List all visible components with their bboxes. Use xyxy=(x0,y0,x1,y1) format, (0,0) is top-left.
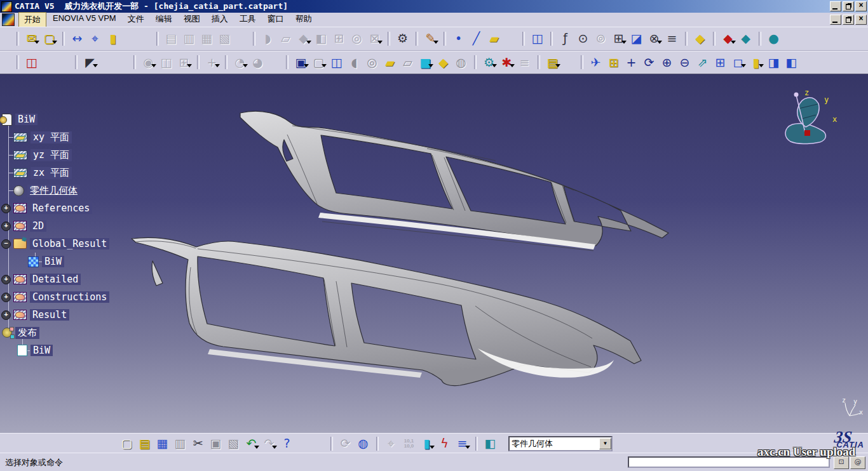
viewport-3d[interactable]: z y x z y x xyxy=(0,74,868,434)
tree-item-biw-publication[interactable]: BiW xyxy=(0,342,146,359)
child-close-button[interactable] xyxy=(855,15,867,25)
tree-item-zx-plane[interactable]: zx 平面 xyxy=(0,164,146,182)
tree-item-result[interactable]: + Result xyxy=(0,306,146,324)
menu-start[interactable]: 开始 xyxy=(18,12,46,27)
new-document-icon[interactable]: ▢ xyxy=(118,435,135,453)
paste-icon[interactable]: ▧ xyxy=(225,435,242,453)
sketch-icon[interactable]: ▣ xyxy=(292,53,309,71)
catalog-family-icon[interactable]: ▦ xyxy=(198,30,215,48)
design-table-icon[interactable]: ⊞ xyxy=(610,30,627,48)
menu-enovia[interactable]: ENOVIA V5 VPM xyxy=(48,12,121,27)
analysis-icon[interactable]: ✱ xyxy=(498,53,515,71)
menu-edit[interactable]: 编辑 xyxy=(151,12,177,27)
sweep-surface-icon[interactable]: ◆ xyxy=(295,30,312,48)
point-icon[interactable]: • xyxy=(450,30,467,48)
update-icon[interactable]: ϟ xyxy=(436,435,453,453)
plane-icon[interactable]: ▰ xyxy=(485,30,503,48)
combo-dropdown-button[interactable]: ▼ xyxy=(599,438,611,449)
sphere-icon[interactable]: ◔ xyxy=(231,53,248,71)
quad-view-icon[interactable]: ⊞ xyxy=(712,53,729,71)
close-button[interactable] xyxy=(855,1,867,11)
projection-views-icon[interactable]: ◫ xyxy=(328,53,345,71)
comment-icon[interactable]: ⊙ xyxy=(574,30,592,48)
swap-visible-space-icon[interactable]: ◧ xyxy=(783,53,800,71)
hatched-sphere-icon[interactable]: ◕ xyxy=(249,53,266,71)
render-style-icon[interactable]: ▮ xyxy=(747,53,764,71)
pan-icon[interactable]: + xyxy=(623,53,640,71)
knowledge-advisor-icon[interactable]: ◆ xyxy=(737,30,754,48)
sketcher-icon[interactable]: ✎ xyxy=(422,30,439,48)
tree-item-biw-root[interactable]: BiW xyxy=(0,110,146,128)
expand-toggle[interactable]: + xyxy=(1,293,11,302)
send-to-icon[interactable]: ✉ xyxy=(23,30,40,48)
gears-automation-icon[interactable]: ⚙ xyxy=(480,53,498,71)
expand-toggle[interactable]: − xyxy=(1,239,11,249)
active-body-combo[interactable]: 零件几何体 ▼ xyxy=(508,436,613,451)
positioned-sketch-icon[interactable]: ▢ xyxy=(310,53,327,71)
resize-panel-button[interactable]: ⊡ xyxy=(834,456,849,469)
copy-icon[interactable]: ▣ xyxy=(207,435,224,453)
work-grid-icon[interactable]: ⊞ xyxy=(175,53,193,71)
measure-item-icon[interactable]: ⌖ xyxy=(86,30,104,48)
undo-icon[interactable]: ↶ xyxy=(243,435,260,453)
menu-view[interactable]: 视图 xyxy=(179,12,205,27)
target-icon[interactable]: ◎ xyxy=(348,30,365,48)
open-document-icon[interactable]: ▤ xyxy=(136,435,153,453)
zoom-out-icon[interactable]: ⊖ xyxy=(676,53,693,71)
catalog-disabled-icon[interactable]: ⟳ xyxy=(337,435,354,453)
fit-all-in-icon[interactable]: ⊞ xyxy=(605,53,622,71)
part-body-tool-icon[interactable]: ▮ xyxy=(418,435,435,453)
volume-icon[interactable]: ■ xyxy=(417,53,434,71)
constraint-satisfaction-icon[interactable]: ● xyxy=(765,30,782,48)
lock-icon[interactable]: ⊗ xyxy=(646,30,663,48)
tree-item-yz-plane[interactable]: yz 平面 xyxy=(0,146,146,164)
link-icon[interactable]: ⊚ xyxy=(592,30,609,48)
tree-item-partbody[interactable]: 零件几何体 xyxy=(0,182,146,199)
blend-surface-icon[interactable]: ⊠ xyxy=(366,30,383,48)
fly-mode-icon[interactable]: ✈ xyxy=(587,53,604,71)
extrude-surface-icon[interactable]: ◗ xyxy=(259,30,276,48)
spec-tree-filter-icon[interactable]: ≡ xyxy=(516,53,533,71)
measure-inertia-icon[interactable]: ▮ xyxy=(104,30,121,48)
zoom-in-icon[interactable]: ⊕ xyxy=(658,53,675,71)
planes-visualization-icon[interactable]: ◫ xyxy=(158,53,175,71)
menu-tools[interactable]: 工具 xyxy=(234,12,261,27)
measure-between-icon[interactable]: ↔ xyxy=(69,30,86,48)
tree-item-detailed[interactable]: + Detailed xyxy=(0,270,146,288)
layers-icon[interactable]: ▤ xyxy=(544,53,561,71)
iso-view-icon[interactable]: ◻ xyxy=(729,53,747,71)
specification-list-icon[interactable]: ≡ xyxy=(454,435,471,453)
menu-window[interactable]: 窗口 xyxy=(262,12,289,27)
decimal-places-icon[interactable]: 10,1 10,0 xyxy=(400,435,417,453)
expand-toggle[interactable]: + xyxy=(1,310,11,320)
www-browser-icon[interactable]: ◍ xyxy=(355,435,372,453)
save-icon[interactable]: ▦ xyxy=(154,435,171,453)
child-restore-button[interactable] xyxy=(843,15,854,25)
axis-system-icon[interactable]: ⌖ xyxy=(383,435,400,453)
cut-icon[interactable]: ✂ xyxy=(189,435,207,453)
relations-icon[interactable]: ◪ xyxy=(628,30,645,48)
expand-toggle[interactable]: + xyxy=(1,222,11,231)
whats-this-icon[interactable]: ? xyxy=(278,435,295,453)
fill-surface-icon[interactable]: ◧ xyxy=(313,30,330,48)
menu-file[interactable]: 文件 xyxy=(123,12,149,27)
tree-item-references[interactable]: + References xyxy=(0,199,146,217)
tree-item-biw-join[interactable]: BiW xyxy=(0,253,146,270)
power-input-field[interactable] xyxy=(628,456,830,468)
normal-view-icon[interactable]: ⇗ xyxy=(694,53,711,71)
rotate-icon[interactable]: ⟳ xyxy=(641,53,658,71)
fill-icon[interactable]: ▰ xyxy=(381,53,398,71)
insert-body-icon[interactable]: ◫ xyxy=(529,30,546,48)
open-from-icon[interactable]: ▢ xyxy=(41,30,58,48)
o-section-icon[interactable]: ◎ xyxy=(363,53,381,71)
power-input-button[interactable]: @ xyxy=(850,456,865,469)
redo-icon[interactable]: ↷ xyxy=(261,435,278,453)
snap-icon[interactable]: ◉ xyxy=(140,53,157,71)
formula-icon[interactable]: ƒ xyxy=(557,30,574,48)
shell-icon[interactable]: ◍ xyxy=(452,53,470,71)
print-icon[interactable]: ▥ xyxy=(172,435,189,453)
workbench-icon[interactable] xyxy=(2,13,15,26)
menu-help[interactable]: 帮助 xyxy=(290,12,317,27)
tree-item-xy-plane[interactable]: xy 平面 xyxy=(0,128,146,146)
minimize-button[interactable] xyxy=(830,1,841,11)
